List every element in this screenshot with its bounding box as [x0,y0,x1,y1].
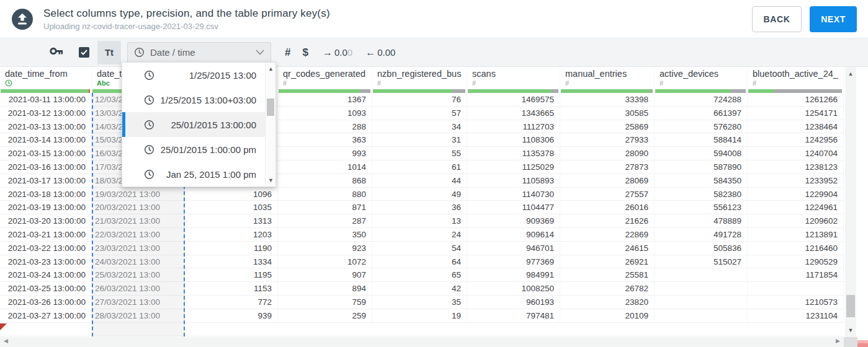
primary-key-icon[interactable] [50,46,64,58]
table-cell: 1108306 [467,133,560,146]
table-cell: 2021-03-11 13:00:00 [0,93,92,106]
dropdown-scrollbar[interactable]: ▲ ▼ [265,63,275,187]
table-cell: 25869 [560,120,655,133]
table-cell: 27873 [560,160,655,174]
back-button[interactable]: BACK [752,6,802,32]
text-type-button[interactable]: Tt [97,41,121,64]
table-cell: 61 [372,160,467,174]
date-format-label: 25/01/2015 1:00:00 pm [154,144,265,155]
remove-decimal-button[interactable]: ←0.00 [365,47,395,58]
table-cell: 1224961 [748,201,844,214]
table-cell: 64 [372,255,467,268]
table-cell: 797481 [467,309,560,322]
clock-icon [144,70,154,81]
scroll-up-icon[interactable]: ▲ [845,71,856,77]
quality-bar [1,89,90,93]
table-cell: 907 [278,268,372,281]
integer-type-button[interactable]: # [285,46,290,59]
column-header-manual_entries[interactable]: manual_entries# [560,67,655,93]
scrollbar-thumb[interactable] [267,99,274,116]
selected-type-value: Date / time [150,47,195,58]
add-decimal-button[interactable]: →0.00 [323,47,352,58]
table-cell: 1233952 [748,174,844,187]
table-cell: 894 [278,282,372,295]
table-cell: 28069 [560,174,655,187]
table-cell: 28090 [560,147,655,160]
checked-checkbox[interactable] [79,47,89,58]
table-cell: 26016 [560,201,655,214]
table-cell: 2021-03-21 13:00:00 [0,228,92,241]
table-cell: 24/03/2021 13:00 [92,255,185,268]
date-format-option[interactable]: 25/01/2015 1:00:00 pm [122,137,265,162]
table-cell: 1210573 [748,296,844,309]
table-cell: 759 [278,296,372,309]
quality-bar [279,89,370,93]
quality-bar [655,89,746,93]
table-cell: 65 [372,268,467,281]
column-name: scans [472,69,555,79]
table-cell: 1190 [185,242,278,255]
table-cell: 20109 [560,309,655,322]
table-cell: 582380 [655,188,748,201]
table-cell: 76 [372,93,467,106]
chevron-down-icon [256,50,264,55]
date-format-option[interactable]: 1/25/2015 13:00+03:00 [122,87,265,112]
column-header-scans[interactable]: scans# [467,67,560,93]
table-cell: 1209602 [748,214,844,227]
clock-icon [144,169,154,180]
scroll-down-icon[interactable]: ▼ [845,327,856,333]
scroll-position-indicator [857,340,868,347]
table-cell: 587890 [655,160,748,174]
table-cell: 2021-03-14 13:00:00 [0,133,92,146]
column-name: manual_entries [565,69,649,79]
table-cell: 2021-03-27 13:00:00 [0,309,92,322]
table-cell: 26921 [560,255,655,268]
date-format-option[interactable]: 25/01/2015 13:00:00 [122,112,265,137]
table-cell: 27933 [560,133,655,146]
scrollbar-corner [844,337,857,347]
vertical-scrollbar[interactable]: ▲ ▼ [845,67,856,337]
date-format-option[interactable]: 1/25/2015 13:00 [122,63,265,87]
table-cell: 772 [185,296,278,309]
next-button[interactable]: NEXT [810,6,857,32]
table-cell: 287 [278,214,372,227]
arrow-left-icon: ← [365,47,375,58]
column-header-nzbn_registered_busine[interactable]: nzbn_registered_busine# [372,67,467,93]
scroll-right-icon[interactable]: ▶ [836,338,840,344]
table-cell: 54 [372,242,467,255]
table-cell: 1343665 [467,107,560,120]
scroll-left-icon[interactable]: ◀ [4,338,8,344]
column-header-date_time_from[interactable]: date_time_from [0,67,92,93]
table-cell: 1313 [185,214,278,227]
table-cell: 1153 [185,282,278,295]
currency-type-button[interactable]: $ [302,46,308,59]
table-cell: 22/03/2021 13:00 [92,228,185,241]
table-cell: 1104477 [467,201,560,214]
scrollbar-thumb[interactable] [846,295,855,317]
table-cell: 34 [372,120,467,133]
table-cell: 909614 [467,228,560,241]
table-cell: 2021-03-22 13:00:00 [0,242,92,255]
table-cell: 1125029 [467,160,560,174]
table-cell: 1238464 [748,120,844,133]
table-cell: 1072 [278,255,372,268]
table-cell: 24 [372,228,467,241]
table-row: 2021-03-20 13:00:0021/03/2021 13:0013132… [0,214,844,228]
table-cell: 939 [185,309,278,322]
horizontal-scrollbar[interactable]: ◀ ▶ [0,337,844,347]
column-name: qr_codes_generated [283,69,367,79]
column-header-active_devices[interactable]: active_devices# [655,67,748,93]
date-format-label: 1/25/2015 13:00+03:00 [154,95,265,105]
column-type-select[interactable]: Date / time [127,42,271,63]
scroll-down-icon[interactable]: ▼ [266,177,276,183]
column-header-bluetooth_active_24_hr_[interactable]: bluetooth_active_24_hr_# [748,67,844,93]
table-cell: 1135378 [467,147,560,160]
upload-status: Uploading nz-covid-tracer-usage-2021-03-… [43,22,330,31]
table-cell: 1014 [278,160,372,174]
table-cell: 594008 [655,147,748,160]
column-header-qr_codes_generated[interactable]: qr_codes_generated# [278,67,372,93]
date-format-option[interactable]: Jan 25, 2015 1:00 pm [122,162,265,187]
table-cell: 1171854 [748,268,844,281]
scroll-up-icon[interactable]: ▲ [266,66,276,72]
table-cell [748,282,844,295]
